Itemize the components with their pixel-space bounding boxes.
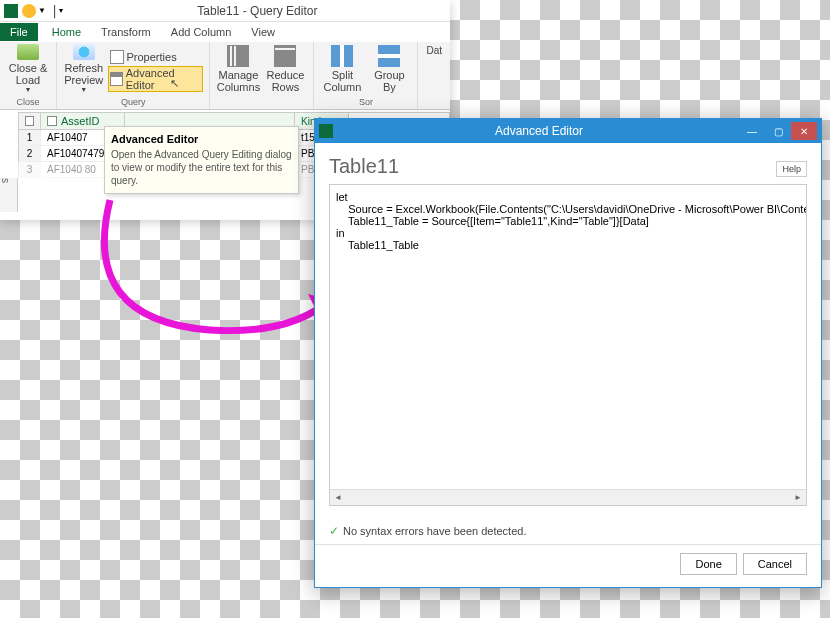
help-button[interactable]: Help — [776, 161, 807, 177]
excel-icon — [319, 124, 333, 138]
split-label: Split Column — [320, 69, 364, 93]
tab-transform[interactable]: Transform — [91, 23, 161, 41]
dialog-titlebar[interactable]: Advanced Editor — ▢ ✕ — [315, 119, 821, 143]
separator: │ — [52, 5, 59, 17]
titlebar: ▼ │ ▾ Table11 - Query Editor — [0, 0, 450, 22]
group-by-label: Group By — [367, 69, 411, 93]
horizontal-scrollbar[interactable]: ◄ ► — [330, 489, 806, 505]
refresh-icon — [73, 44, 95, 60]
ribbon: Close & Load ▼ Close Refresh Preview ▼ P… — [0, 42, 450, 110]
split-column-button[interactable]: Split Column — [320, 44, 364, 94]
scroll-right-icon[interactable]: ► — [790, 493, 806, 502]
ribbon-tabs: File Home Transform Add Column View — [0, 22, 450, 42]
check-icon: ✓ — [329, 524, 339, 538]
tooltip: Advanced Editor Open the Advanced Query … — [104, 126, 299, 194]
status-bar: ✓ No syntax errors have been detected. — [315, 518, 821, 544]
smiley-icon[interactable] — [22, 4, 36, 18]
advanced-editor-label: Advanced Editor — [126, 67, 202, 91]
group-columns: Manage Columns Reduce Rows — [210, 42, 314, 109]
tab-add-column[interactable]: Add Column — [161, 23, 242, 41]
col-assetid-label: AssetID — [61, 115, 100, 127]
manage-columns-label: Manage Columns — [216, 69, 260, 93]
group-sort: Split Column Group By Sor — [314, 42, 418, 109]
field-icon — [47, 116, 57, 126]
tab-view[interactable]: View — [241, 23, 285, 41]
refresh-preview-button[interactable]: Refresh Preview ▼ — [63, 44, 105, 94]
close-load-icon — [17, 44, 39, 60]
group-sort-label: Sor — [320, 97, 411, 107]
table-icon — [25, 116, 34, 126]
properties-icon — [110, 50, 124, 64]
data-type-label[interactable]: Dat — [424, 44, 444, 57]
group-datatype: Dat — [418, 42, 450, 109]
close-load-label: Close & Load — [6, 62, 50, 86]
columns-icon — [227, 45, 249, 67]
cursor-icon: ↖ — [170, 77, 179, 90]
tooltip-body: Open the Advanced Query Editing dialog t… — [111, 148, 292, 187]
close-button[interactable]: ✕ — [791, 122, 817, 140]
row-number: 3 — [19, 162, 41, 177]
status-text: No syntax errors have been detected. — [343, 525, 526, 537]
tab-home[interactable]: Home — [42, 23, 91, 41]
minimize-button[interactable]: — — [739, 122, 765, 140]
scroll-left-icon[interactable]: ◄ — [330, 493, 346, 502]
split-icon — [331, 45, 353, 67]
chevron-down-icon: ▼ — [80, 86, 87, 94]
qat-dropdown2-icon[interactable]: ▾ — [59, 6, 63, 15]
advanced-editor-button[interactable]: Advanced Editor ↖ — [108, 66, 204, 92]
manage-columns-button[interactable]: Manage Columns — [216, 44, 260, 94]
cancel-button[interactable]: Cancel — [743, 553, 807, 575]
tooltip-title: Advanced Editor — [111, 133, 292, 145]
window-title: Table11 - Query Editor — [69, 4, 446, 18]
group-query-label: Query — [63, 97, 203, 107]
reduce-rows-label: Reduce Rows — [263, 69, 307, 93]
reduce-rows-button[interactable]: Reduce Rows — [263, 44, 307, 94]
corner-cell[interactable] — [19, 113, 41, 129]
refresh-label: Refresh Preview — [63, 62, 105, 86]
group-query: Refresh Preview ▼ Properties Advanced Ed… — [57, 42, 210, 109]
code-text: let Source = Excel.Workbook(File.Content… — [336, 191, 807, 251]
group-by-button[interactable]: Group By — [367, 44, 411, 94]
row-number: 2 — [19, 146, 41, 161]
close-load-button[interactable]: Close & Load ▼ — [6, 44, 50, 94]
advanced-editor-dialog: Advanced Editor — ▢ ✕ Table11 Help let S… — [314, 118, 822, 588]
group-close-label: Close — [6, 97, 50, 107]
advanced-editor-icon — [110, 72, 123, 86]
done-button[interactable]: Done — [680, 553, 736, 575]
query-name: Table11 — [329, 155, 807, 178]
tab-file[interactable]: File — [0, 23, 38, 41]
group-icon — [378, 45, 400, 67]
dialog-title: Advanced Editor — [339, 124, 739, 138]
dialog-footer: Done Cancel — [315, 544, 821, 583]
properties-label: Properties — [127, 51, 177, 63]
row-number: 1 — [19, 130, 41, 145]
properties-button[interactable]: Properties — [108, 49, 204, 65]
maximize-button[interactable]: ▢ — [765, 122, 791, 140]
excel-icon — [4, 4, 18, 18]
qat-dropdown-icon[interactable]: ▼ — [38, 6, 46, 15]
rows-icon — [274, 45, 296, 67]
group-close: Close & Load ▼ Close — [0, 42, 57, 109]
chevron-down-icon: ▼ — [25, 86, 32, 94]
code-editor[interactable]: let Source = Excel.Workbook(File.Content… — [329, 184, 807, 506]
